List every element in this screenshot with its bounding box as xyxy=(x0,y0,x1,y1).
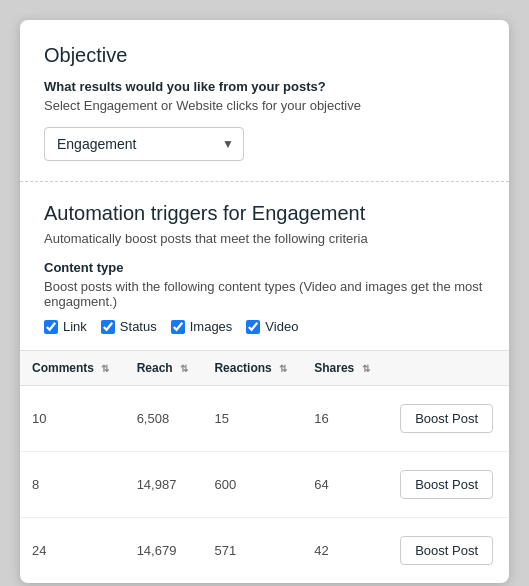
question-label: What results would you like from your po… xyxy=(44,79,485,94)
table-row: 10 6,508 15 16 Boost Post xyxy=(20,386,509,452)
objective-section: Objective What results would you like fr… xyxy=(20,20,509,181)
checkbox-images-label: Images xyxy=(190,319,233,334)
checkbox-video-input[interactable] xyxy=(246,320,260,334)
checkbox-link-label: Link xyxy=(63,319,87,334)
col-comments: Comments ⇅ xyxy=(20,351,125,386)
cell-reach-1: 6,508 xyxy=(125,386,203,452)
col-reactions: Reactions ⇅ xyxy=(202,351,302,386)
col-action xyxy=(384,351,509,386)
checkbox-images-input[interactable] xyxy=(171,320,185,334)
sort-icon-shares[interactable]: ⇅ xyxy=(362,363,370,374)
checkbox-video-label: Video xyxy=(265,319,298,334)
content-type-label: Content type xyxy=(44,260,485,275)
checkbox-link-input[interactable] xyxy=(44,320,58,334)
cell-reach-2: 14,987 xyxy=(125,452,203,518)
col-shares: Shares ⇅ xyxy=(302,351,384,386)
sort-icon-reach[interactable]: ⇅ xyxy=(180,363,188,374)
table-row: 8 14,987 600 64 Boost Post xyxy=(20,452,509,518)
objective-select-wrapper[interactable]: Engagement Website Clicks ▼ xyxy=(44,127,244,161)
checkbox-status-input[interactable] xyxy=(101,320,115,334)
table-row: 24 14,679 571 42 Boost Post xyxy=(20,518,509,584)
boost-post-button-1[interactable]: Boost Post xyxy=(400,404,493,433)
checkbox-link[interactable]: Link xyxy=(44,319,87,334)
checkbox-video[interactable]: Video xyxy=(246,319,298,334)
objective-select[interactable]: Engagement Website Clicks xyxy=(44,127,244,161)
cell-comments-1: 10 xyxy=(20,386,125,452)
table-header-row: Comments ⇅ Reach ⇅ Reactions ⇅ Shares ⇅ xyxy=(20,351,509,386)
checkbox-status-label: Status xyxy=(120,319,157,334)
cell-reactions-1: 15 xyxy=(202,386,302,452)
cell-reactions-2: 600 xyxy=(202,452,302,518)
checkbox-images[interactable]: Images xyxy=(171,319,233,334)
sort-icon-reactions[interactable]: ⇅ xyxy=(279,363,287,374)
automation-title: Automation triggers for Engagement xyxy=(44,202,485,225)
sub-label: Select Engagement or Website clicks for … xyxy=(44,98,485,113)
col-reach: Reach ⇅ xyxy=(125,351,203,386)
main-card: Objective What results would you like fr… xyxy=(20,20,509,583)
checkbox-status[interactable]: Status xyxy=(101,319,157,334)
cell-comments-3: 24 xyxy=(20,518,125,584)
boost-post-button-2[interactable]: Boost Post xyxy=(400,470,493,499)
posts-table: Comments ⇅ Reach ⇅ Reactions ⇅ Shares ⇅ xyxy=(20,351,509,583)
cell-action-1: Boost Post xyxy=(384,386,509,452)
checkbox-row: Link Status Images Video xyxy=(44,319,485,334)
cell-shares-1: 16 xyxy=(302,386,384,452)
content-type-desc: Boost posts with the following content t… xyxy=(44,279,485,309)
cell-action-3: Boost Post xyxy=(384,518,509,584)
cell-shares-2: 64 xyxy=(302,452,384,518)
table-section: Comments ⇅ Reach ⇅ Reactions ⇅ Shares ⇅ xyxy=(20,350,509,583)
automation-sub: Automatically boost posts that meet the … xyxy=(44,231,485,246)
objective-title: Objective xyxy=(44,44,485,67)
boost-post-button-3[interactable]: Boost Post xyxy=(400,536,493,565)
cell-action-2: Boost Post xyxy=(384,452,509,518)
cell-comments-2: 8 xyxy=(20,452,125,518)
automation-section: Automation triggers for Engagement Autom… xyxy=(20,182,509,350)
cell-reach-3: 14,679 xyxy=(125,518,203,584)
cell-reactions-3: 571 xyxy=(202,518,302,584)
sort-icon-comments[interactable]: ⇅ xyxy=(101,363,109,374)
cell-shares-3: 42 xyxy=(302,518,384,584)
